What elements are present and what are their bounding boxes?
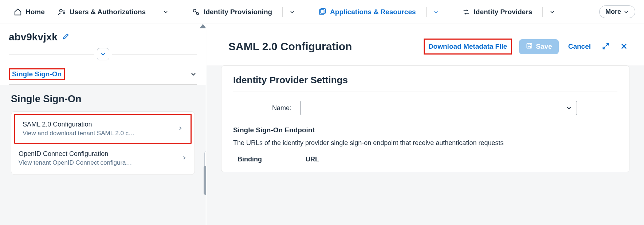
nav-separator [426, 7, 427, 17]
left-panel: abv9kvjxk Single Sign-On Single Sign-On [0, 24, 206, 225]
col-url: URL [306, 156, 319, 163]
page-title: SAML 2.0 Configuration [228, 40, 352, 53]
svg-point-0 [59, 9, 62, 12]
nav-separator [282, 7, 283, 17]
card-item-title: SAML 2.0 Configuration [23, 121, 135, 128]
top-nav: Home Users & Authorizations Identity Pro… [0, 0, 644, 24]
chevron-down-icon [190, 71, 197, 78]
col-binding: Binding [237, 156, 262, 163]
scroll-up-icon[interactable] [200, 24, 206, 28]
nav-apps-caret[interactable] [432, 8, 440, 16]
sync-icon [462, 8, 470, 16]
home-icon [14, 8, 22, 16]
svg-point-1 [193, 9, 196, 12]
nav-users-caret[interactable] [161, 8, 170, 16]
nav-more-label: More [605, 8, 621, 16]
chevron-down-icon [566, 105, 572, 111]
chevron-right-icon [181, 155, 187, 162]
nav-more-button[interactable]: More [599, 5, 635, 18]
nav-idp[interactable]: Identity Providers [457, 5, 538, 19]
close-icon[interactable] [619, 41, 629, 53]
collapse-header-button[interactable] [97, 48, 109, 60]
svg-point-2 [197, 12, 199, 15]
chevron-right-icon [177, 125, 183, 132]
nav-apps-label: Applications & Resources [330, 8, 416, 16]
nav-users[interactable]: Users & Authorizations [53, 5, 151, 19]
section-tab-sso[interactable]: Single Sign-On [9, 64, 197, 85]
idp-settings-card: Identity Provider Settings Name: Single … [221, 65, 629, 172]
endpoint-table-head: Binding URL [233, 156, 617, 163]
name-select[interactable] [300, 101, 577, 115]
save-button[interactable]: Save [519, 39, 558, 54]
nav-home[interactable]: Home [9, 5, 50, 19]
nav-separator [156, 7, 156, 17]
edit-icon[interactable] [62, 31, 70, 43]
nav-users-label: Users & Authorizations [70, 8, 146, 16]
card-item-saml[interactable]: SAML 2.0 Configuration View and download… [14, 114, 192, 144]
nav-idp-caret[interactable] [548, 8, 557, 16]
nav-home-label: Home [25, 8, 45, 16]
apps-icon [318, 8, 326, 16]
provisioning-icon [192, 8, 200, 16]
card-item-sub: View tenant OpenID Connect configura… [19, 159, 132, 166]
endpoint-title: Single Sign-On Endpoint [233, 126, 617, 134]
svg-rect-5 [527, 43, 532, 48]
sso-heading: Single Sign-On [11, 93, 195, 105]
nav-separator [542, 7, 543, 17]
save-icon [526, 42, 533, 51]
tenant-name: abv9kvjxk [9, 31, 58, 43]
sso-card: SAML 2.0 Configuration View and download… [11, 111, 195, 175]
nav-provisioning[interactable]: Identity Provisioning [187, 5, 277, 19]
card-item-oidc[interactable]: OpenID Connect Configuration View tenant… [11, 144, 195, 172]
settings-title: Identity Provider Settings [233, 75, 617, 92]
nav-idp-label: Identity Providers [474, 8, 533, 16]
cancel-button[interactable]: Cancel [566, 40, 593, 53]
nav-provisioning-caret[interactable] [288, 8, 297, 16]
card-item-title: OpenID Connect Configuration [19, 150, 132, 158]
download-metadata-button[interactable]: Download Metadata File [424, 39, 512, 55]
section-tab-label: Single Sign-On [12, 70, 62, 78]
save-label: Save [536, 43, 552, 51]
expand-icon[interactable] [600, 41, 611, 53]
nav-apps[interactable]: Applications & Resources [313, 5, 421, 19]
users-icon [58, 8, 66, 16]
nav-provisioning-label: Identity Provisioning [204, 8, 272, 16]
name-label: Name: [255, 104, 291, 112]
card-item-sub: View and download tenant SAML 2.0 c… [23, 130, 135, 137]
endpoint-desc: The URLs of the identity provider single… [233, 139, 617, 147]
right-panel: SAML 2.0 Configuration Download Metadata… [206, 24, 644, 225]
